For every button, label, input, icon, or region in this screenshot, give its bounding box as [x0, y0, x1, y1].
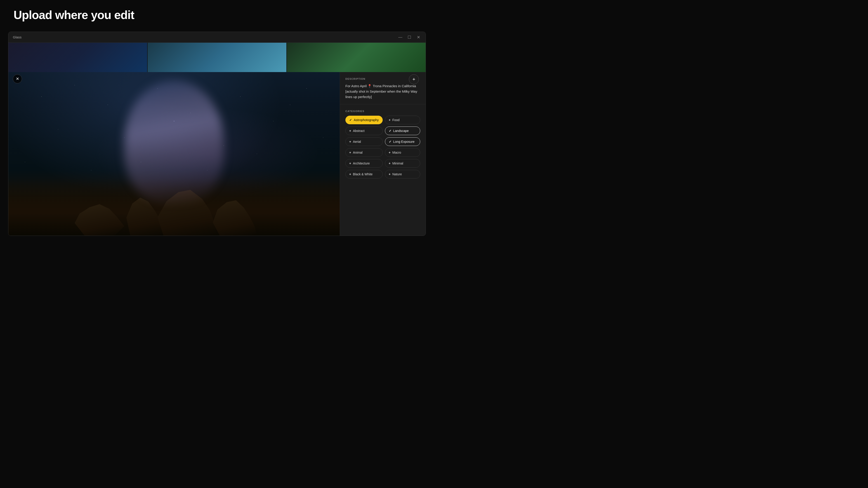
category-pill-animal[interactable]: +Animal	[345, 148, 383, 157]
title-bar: Glass — ☐ ✕	[8, 32, 426, 43]
category-label: Macro	[393, 151, 401, 154]
description-text: For Astro April 📍 Trona Pinnacles in Cal…	[345, 84, 420, 100]
category-pill-nature[interactable]: +Nature	[385, 170, 420, 178]
photo-strip-item-2[interactable]	[148, 43, 286, 72]
plus-icon: +	[349, 151, 351, 154]
category-pill-landscape[interactable]: ✓Landscape	[385, 127, 420, 135]
close-window-button[interactable]: ✕	[416, 35, 421, 40]
side-panel: DESCRIPTION For Astro April 📍 Trona Pinn…	[340, 72, 426, 236]
category-label: Nature	[393, 172, 402, 176]
photo-preview	[8, 72, 340, 236]
category-label: Astrophotography	[354, 118, 379, 122]
rock-1	[74, 204, 124, 236]
category-pill-aerial[interactable]: +Aerial	[345, 137, 383, 146]
category-pill-astrophotography[interactable]: ✓Astrophotography	[345, 116, 383, 124]
check-icon: ✓	[349, 119, 352, 122]
hero-title: Upload where you edit	[13, 8, 134, 22]
category-label: Long Exposure	[393, 140, 414, 143]
plus-icon: +	[389, 119, 391, 122]
rock-4	[211, 198, 257, 236]
plus-icon: +	[389, 151, 391, 154]
minimize-button[interactable]: —	[398, 35, 403, 40]
plus-icon: +	[349, 173, 351, 176]
category-label: Black & White	[353, 172, 373, 176]
category-pill-minimal[interactable]: +Minimal	[385, 159, 420, 168]
milky-way-image	[8, 72, 340, 236]
category-pill-abstract[interactable]: +Abstract	[345, 127, 383, 135]
window-title: Glass	[13, 35, 398, 39]
category-pill-long-exposure[interactable]: ✓Long Exposure	[385, 137, 420, 146]
rock-formations	[8, 178, 340, 236]
category-pill-food[interactable]: +Food	[385, 116, 420, 124]
app-window: Glass — ☐ ✕ ✕ +	[8, 32, 426, 236]
plus-icon: +	[389, 162, 391, 165]
category-label: Animal	[353, 151, 363, 154]
category-grid: ✓Astrophotography+Food+Abstract✓Landscap…	[345, 116, 420, 178]
categories-label: CATEGORIES	[345, 110, 420, 112]
close-panel-button[interactable]: ✕	[13, 74, 22, 84]
plus-icon: +	[349, 129, 351, 132]
photo-strip	[8, 43, 426, 72]
category-pill-macro[interactable]: +Macro	[385, 148, 420, 157]
category-label: Abstract	[353, 129, 364, 133]
page-background: Upload where you edit Glass — ☐ ✕ ✕ +	[0, 0, 434, 244]
edit-area: DESCRIPTION For Astro April 📍 Trona Pinn…	[8, 72, 426, 236]
rock-2	[124, 196, 164, 236]
maximize-button[interactable]: ☐	[407, 35, 412, 40]
photo-strip-item-3[interactable]	[287, 43, 426, 72]
rock-3	[158, 190, 217, 236]
categories-section: CATEGORIES ✓Astrophotography+Food+Abstra…	[340, 104, 426, 184]
category-label: Landscape	[393, 129, 409, 133]
category-label: Food	[393, 118, 400, 122]
check-icon: ✓	[389, 129, 392, 132]
plus-icon: +	[389, 173, 391, 176]
category-pill-black-and-white[interactable]: +Black & White	[345, 170, 383, 178]
window-controls: — ☐ ✕	[398, 35, 421, 40]
category-label: Architecture	[353, 162, 370, 165]
category-label: Aerial	[353, 140, 361, 143]
check-icon: ✓	[389, 140, 392, 143]
category-label: Minimal	[393, 162, 403, 165]
category-pill-architecture[interactable]: +Architecture	[345, 159, 383, 168]
plus-icon: +	[349, 162, 351, 165]
add-photo-button[interactable]: +	[409, 74, 419, 84]
window-content: ✕ +	[8, 43, 426, 236]
plus-icon: +	[349, 140, 351, 143]
photo-strip-item-1[interactable]	[8, 43, 147, 72]
